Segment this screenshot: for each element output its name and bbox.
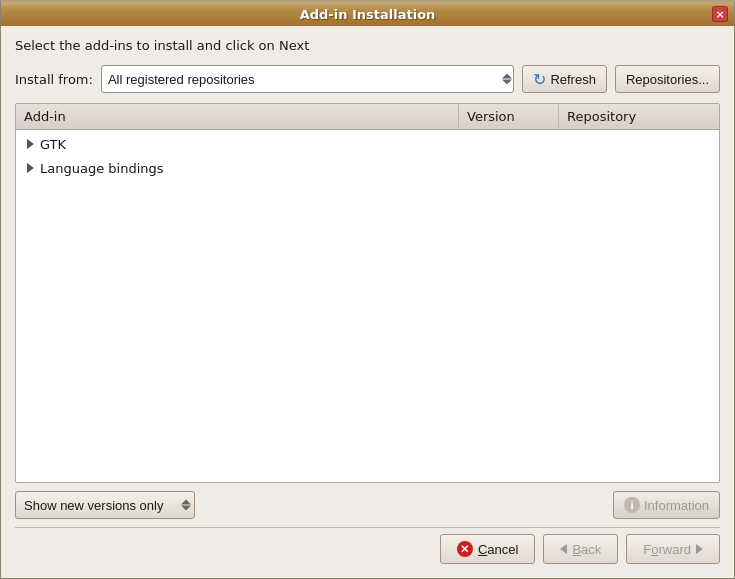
column-header-addon: Add-in (16, 104, 459, 129)
back-label: Back (572, 542, 601, 557)
forward-arrow-icon (696, 544, 703, 554)
information-label: Information (644, 498, 709, 513)
cancel-icon: ✕ (457, 541, 473, 557)
tree-header: Add-in Version Repository (16, 104, 719, 130)
refresh-icon: ↻ (533, 70, 546, 89)
tree-row[interactable]: GTK (16, 132, 719, 156)
install-from-wrapper: All registered repositories (101, 65, 514, 93)
install-from-row: Install from: All registered repositorie… (15, 65, 720, 93)
button-bar: ✕ Cancel Back Forward (15, 527, 720, 568)
install-from-select[interactable]: All registered repositories (101, 65, 514, 93)
tree-body: GTK Language bindings (16, 130, 719, 182)
show-versions-select[interactable]: Show new versions onlyShow all versionsS… (15, 491, 195, 519)
main-window: Add-in Installation × Select the add-ins… (0, 0, 735, 579)
expander-gtk[interactable] (22, 136, 38, 152)
main-content: Select the add-ins to install and click … (1, 26, 734, 578)
cancel-button[interactable]: ✕ Cancel (440, 534, 535, 564)
row-label-gtk: GTK (40, 137, 66, 152)
cancel-label: Cancel (478, 542, 518, 557)
expander-arrow-icon (27, 139, 34, 149)
addon-tree-table: Add-in Version Repository GTK (15, 103, 720, 483)
repositories-button[interactable]: Repositories... (615, 65, 720, 93)
instruction-text: Select the add-ins to install and click … (15, 38, 720, 53)
window-title: Add-in Installation (23, 7, 712, 22)
refresh-button[interactable]: ↻ Refresh (522, 65, 607, 93)
information-icon: i (624, 497, 640, 513)
forward-label: Forward (643, 542, 691, 557)
close-button[interactable]: × (712, 6, 728, 22)
show-versions-wrapper: Show new versions onlyShow all versionsS… (15, 491, 195, 519)
refresh-label: Refresh (550, 72, 596, 87)
back-arrow-icon (560, 544, 567, 554)
information-button: i Information (613, 491, 720, 519)
column-header-repository: Repository (559, 104, 719, 129)
expander-arrow-icon (27, 163, 34, 173)
expander-language-bindings[interactable] (22, 160, 38, 176)
forward-button[interactable]: Forward (626, 534, 720, 564)
bottom-bar: Show new versions onlyShow all versionsS… (15, 483, 720, 527)
back-button[interactable]: Back (543, 534, 618, 564)
titlebar: Add-in Installation × (1, 2, 734, 26)
column-header-version: Version (459, 104, 559, 129)
repositories-label: Repositories... (626, 72, 709, 87)
tree-row[interactable]: Language bindings (16, 156, 719, 180)
install-from-label: Install from: (15, 72, 93, 87)
row-label-language-bindings: Language bindings (40, 161, 164, 176)
